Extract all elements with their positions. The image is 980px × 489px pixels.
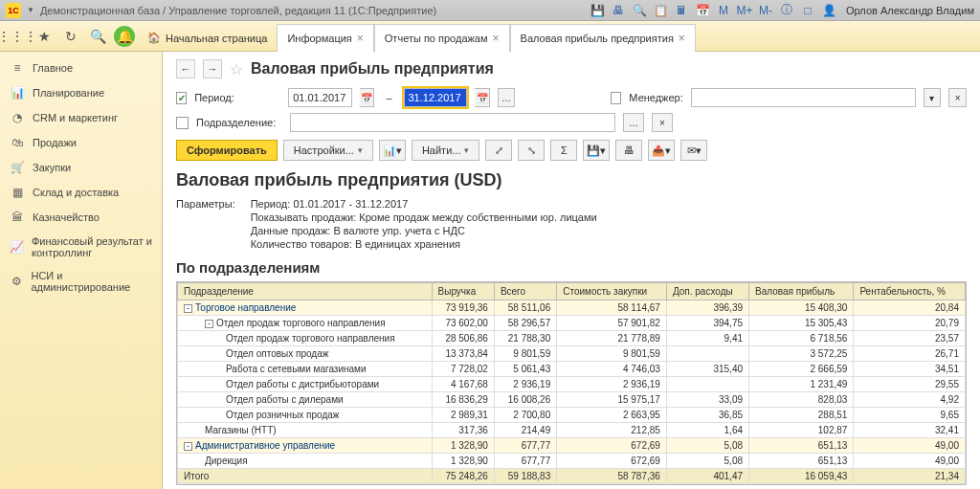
apps-icon[interactable]: ⋮⋮⋮: [4, 23, 31, 50]
tab-home[interactable]: 🏠 Начальная страница: [138, 24, 277, 52]
cell-value: 75 248,26: [432, 469, 494, 484]
sidebar-item-finance[interactable]: 📈Финансовый результат и контроллинг: [0, 230, 162, 264]
favorite-icon[interactable]: ★: [31, 23, 57, 50]
back-button[interactable]: ←: [176, 59, 195, 78]
find-button[interactable]: Найти...: [412, 140, 480, 161]
table-row[interactable]: Отдел оптовых продаж13 373,849 801,599 8…: [178, 346, 966, 362]
sidebar-item-sales[interactable]: 🛍Продажи: [0, 130, 162, 155]
cell-value: 20,79: [854, 316, 966, 331]
print-report-icon[interactable]: 🖶: [615, 140, 642, 161]
calendar-to-icon[interactable]: 📅: [475, 88, 489, 107]
cell-value: 16 059,43: [749, 469, 854, 484]
sidebar-item-planning[interactable]: 📊Планирование: [0, 80, 162, 105]
titlebar-menu-icon[interactable]: ▼: [27, 6, 34, 14]
table-row[interactable]: -Отдел продаж торгового направления73 60…: [178, 316, 966, 331]
date-to-input[interactable]: 31.12.2017: [404, 88, 468, 107]
column-header[interactable]: Подразделение: [178, 283, 433, 300]
style-m-minus-icon[interactable]: M-: [758, 3, 773, 18]
close-icon[interactable]: ×: [679, 32, 685, 45]
table-row[interactable]: Отдел работы с дилерами16 836,2916 008,2…: [178, 392, 966, 408]
period-choose-button[interactable]: …: [498, 88, 516, 107]
forward-button[interactable]: →: [203, 59, 222, 78]
manager-checkbox[interactable]: [611, 92, 621, 104]
form-button[interactable]: Сформировать: [176, 140, 278, 161]
cell-value: 677,77: [494, 454, 556, 469]
manager-label: Менеджер:: [629, 92, 682, 103]
save-icon[interactable]: 💾: [590, 3, 605, 18]
export-report-icon[interactable]: 📤▾: [648, 140, 675, 161]
cell-value: 36,85: [666, 408, 748, 423]
calc-icon[interactable]: 🖩: [674, 3, 689, 18]
settings-button[interactable]: Настройки...: [283, 140, 373, 161]
tab-sales-reports[interactable]: Отчеты по продажам ×: [374, 24, 510, 52]
column-header[interactable]: Валовая прибыль: [749, 283, 854, 300]
expander-icon[interactable]: -: [184, 304, 192, 313]
report-grid[interactable]: ПодразделениеВыручкаВсегоСтоимость закуп…: [176, 281, 967, 485]
collapse-icon[interactable]: ⤡: [518, 140, 545, 161]
row-name: -Отдел продаж торгового направления: [178, 316, 433, 331]
search-icon[interactable]: 🔍: [84, 23, 111, 50]
cell-value: 214,49: [494, 423, 556, 438]
help-icon[interactable]: ⓘ: [779, 3, 794, 18]
sum-icon[interactable]: Σ: [550, 140, 577, 161]
expander-icon[interactable]: -: [205, 320, 213, 328]
table-row[interactable]: Работа с сетевыми магазинами7 728,025 06…: [178, 362, 966, 377]
column-header[interactable]: Рентабельность, %: [854, 283, 966, 300]
calendar-from-icon[interactable]: 📅: [360, 88, 374, 107]
tab-info[interactable]: Информация ×: [277, 24, 373, 52]
manager-clear-button[interactable]: ×: [948, 88, 967, 107]
column-header[interactable]: Доп. расходы: [666, 283, 748, 300]
notifications-icon[interactable]: 🔔: [114, 26, 135, 47]
tab-gross-profit[interactable]: Валовая прибыль предприятия ×: [510, 24, 696, 52]
sidebar-item-purchases[interactable]: 🛒Закупки: [0, 155, 162, 180]
table-row[interactable]: Дирекция1 328,90677,77672,695,08651,1349…: [178, 454, 966, 469]
table-row[interactable]: Отдел розничных продаж2 989,312 700,802 …: [178, 408, 966, 423]
cell-value: 677,77: [494, 438, 556, 454]
bank-icon: 🏛: [10, 211, 25, 224]
table-row[interactable]: -Административное управление1 328,90677,…: [178, 438, 966, 454]
user-name[interactable]: Орлов Александр Владим: [842, 5, 974, 16]
copy-icon[interactable]: 📋: [653, 3, 668, 18]
print-icon[interactable]: 🖶: [611, 3, 626, 18]
preview-icon[interactable]: 🔍: [632, 3, 647, 18]
email-report-icon[interactable]: ✉▾: [680, 140, 707, 161]
history-icon[interactable]: ↻: [57, 23, 84, 50]
window-icon[interactable]: □: [800, 3, 815, 18]
cell-value: 828,03: [749, 392, 854, 408]
column-header[interactable]: Всего: [494, 283, 556, 300]
chart-view-icon[interactable]: 📊▾: [379, 140, 406, 161]
sidebar-item-treasury[interactable]: 🏛Казначейство: [0, 205, 162, 230]
column-header[interactable]: Стоимость закупки: [557, 283, 667, 300]
period-checkbox[interactable]: [176, 92, 187, 104]
sidebar-item-main[interactable]: ≡Главное: [0, 56, 162, 80]
dept-choose-button[interactable]: …: [623, 113, 644, 132]
sidebar-item-admin[interactable]: ⚙НСИ и администрирование: [0, 264, 162, 299]
close-icon[interactable]: ×: [493, 32, 500, 45]
cell-value: 396,39: [666, 300, 748, 316]
table-row[interactable]: Отдел продаж торгового направления28 506…: [178, 331, 966, 346]
column-header[interactable]: Выручка: [432, 283, 494, 300]
manager-dropdown-button[interactable]: ▾: [924, 88, 942, 107]
sidebar-item-warehouse[interactable]: ▦Склад и доставка: [0, 180, 162, 205]
expander-icon[interactable]: -: [184, 442, 192, 451]
style-m-icon[interactable]: M: [716, 3, 731, 18]
close-icon[interactable]: ×: [357, 32, 364, 45]
save-report-icon[interactable]: 💾▾: [583, 140, 610, 161]
table-row[interactable]: -Торговое направление73 919,3658 511,065…: [178, 300, 966, 316]
dept-clear-button[interactable]: ×: [652, 113, 673, 132]
sidebar-item-crm[interactable]: ◔CRM и маркетинг: [0, 105, 162, 130]
cell-value: 28 506,86: [432, 331, 494, 346]
calendar-icon[interactable]: 📅: [695, 3, 710, 18]
table-row[interactable]: Магазины (НТТ)317,36214,49212,851,64102,…: [178, 423, 966, 438]
style-m-plus-icon[interactable]: M+: [737, 3, 752, 18]
dept-checkbox[interactable]: [176, 117, 189, 129]
table-row[interactable]: Отдел работы с дистрибьюторами4 167,682 …: [178, 377, 966, 392]
row-name: -Торговое направление: [178, 300, 433, 316]
date-from-input[interactable]: 01.01.2017: [288, 88, 352, 107]
cell-value: 315,40: [666, 362, 748, 377]
manager-input[interactable]: [691, 88, 916, 107]
expand-icon[interactable]: ⤢: [485, 140, 512, 161]
cell-value: 288,51: [749, 408, 854, 423]
dept-input[interactable]: [290, 113, 615, 132]
star-icon[interactable]: ☆: [230, 60, 243, 78]
